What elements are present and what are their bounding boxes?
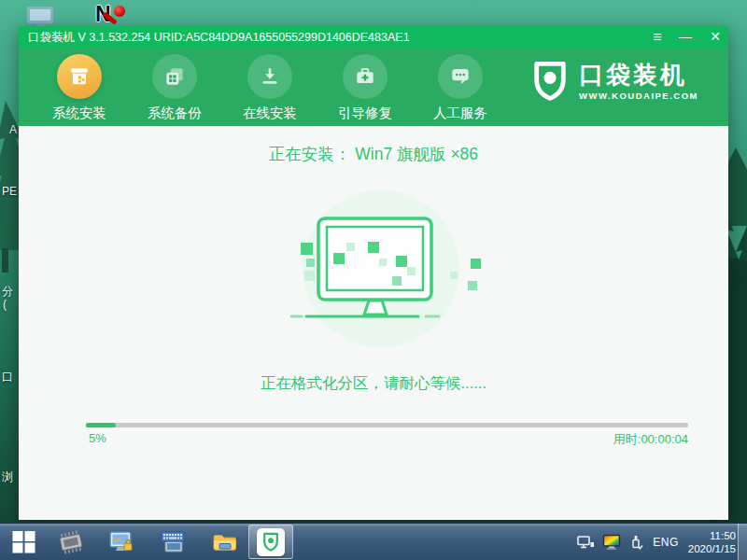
clock-time: 11:50 [688, 529, 736, 542]
chip-icon [57, 530, 85, 554]
system-tray: ENG 11:50 2020/1/15 [569, 524, 736, 560]
logo-title: 口袋装机 [579, 62, 698, 88]
system-backup-icon [152, 54, 197, 99]
nav-item-system-backup[interactable]: 系统备份 [137, 54, 212, 122]
menu-button[interactable]: ≡ [646, 26, 669, 49]
desktop-icon-label-liu[interactable]: 浏 [2, 471, 13, 483]
nav-item-online-install[interactable]: 在线安装 [233, 54, 307, 122]
progress-percent: 5% [89, 431, 106, 445]
nav-item-boot-repair[interactable]: 引导修复 [328, 54, 402, 122]
system-install-icon [57, 54, 102, 99]
show-desktop-button[interactable] [738, 524, 747, 560]
keyboard-icon [159, 530, 187, 554]
taskbar-app-koudai-active[interactable] [248, 525, 293, 559]
taskbar-app-explorer[interactable] [210, 524, 240, 560]
monitor-illustration [278, 188, 484, 351]
desktop-icon-label-paren[interactable]: ( [3, 299, 7, 311]
nav-label: 人工服务 [423, 105, 498, 122]
koudai-installer-window: 口袋装机 V 3.1.532.254 URID:A5C84DD9A1655055… [19, 26, 728, 520]
red-key-icon [114, 6, 125, 17]
folder-icon [212, 532, 238, 553]
desktop-icon-label-a[interactable]: A [9, 124, 17, 136]
clock-date: 2020/1/15 [688, 542, 736, 555]
progress-fill [86, 423, 116, 427]
desktop-icon-label-fen[interactable]: 分 [2, 286, 13, 298]
close-button[interactable]: ✕ [704, 26, 726, 49]
start-button[interactable] [0, 524, 47, 560]
network-icon[interactable] [576, 535, 595, 550]
elapsed-time: 用时:00:00:04 [613, 431, 688, 448]
human-service-icon [438, 54, 483, 99]
nav-bar: 系统安装 系统备份 [19, 49, 728, 126]
main-content: 正在安装： Win7 旗舰版 ×86 [19, 126, 728, 520]
taskbar-app-osk[interactable] [158, 524, 188, 560]
taskbar: ✂ [0, 523, 747, 560]
taskbar-app-chip[interactable] [56, 524, 86, 560]
nav-label: 在线安装 [233, 105, 307, 122]
minimize-button[interactable]: — [674, 26, 697, 49]
status-text: 正在格式化分区，请耐心等候...... [19, 373, 728, 394]
taskbar-app-partition-tool[interactable]: ✂ [106, 524, 136, 560]
usb-icon[interactable] [630, 534, 643, 551]
nav-label: 系统安装 [42, 105, 117, 122]
display-color-icon[interactable] [602, 534, 623, 551]
language-indicator[interactable]: ENG [653, 536, 679, 549]
nav-label: 引导修复 [328, 105, 402, 122]
partition-tool-icon: ✂ [107, 530, 135, 554]
window-title: 口袋装机 V 3.1.532.254 URID:A5C84DD9A1655055… [28, 26, 410, 49]
nav-item-system-install[interactable]: 系统安装 [42, 54, 117, 122]
nav-item-human-service[interactable]: 人工服务 [423, 54, 498, 122]
logo-site: WWW.KOUDAIPE.COM [579, 91, 698, 101]
desktop-icon-label-pe[interactable]: PE [2, 186, 17, 198]
nav-label: 系统备份 [137, 105, 212, 122]
online-install-icon [247, 54, 292, 99]
boot-repair-icon [343, 54, 388, 99]
progress-bar [86, 423, 688, 427]
app-logo: 口袋装机 WWW.KOUDAIPE.COM [529, 58, 698, 105]
shield-logo-icon [529, 58, 571, 105]
windows-logo-icon [12, 530, 35, 553]
installing-title: 正在安装： Win7 旗舰版 ×86 [19, 143, 728, 165]
clock[interactable]: 11:50 2020/1/15 [688, 529, 736, 555]
shield-app-icon [257, 528, 285, 556]
desktop-icon-label-kou[interactable]: 口 [2, 371, 13, 384]
titlebar: 口袋装机 V 3.1.532.254 URID:A5C84DD9A1655055… [19, 26, 728, 49]
